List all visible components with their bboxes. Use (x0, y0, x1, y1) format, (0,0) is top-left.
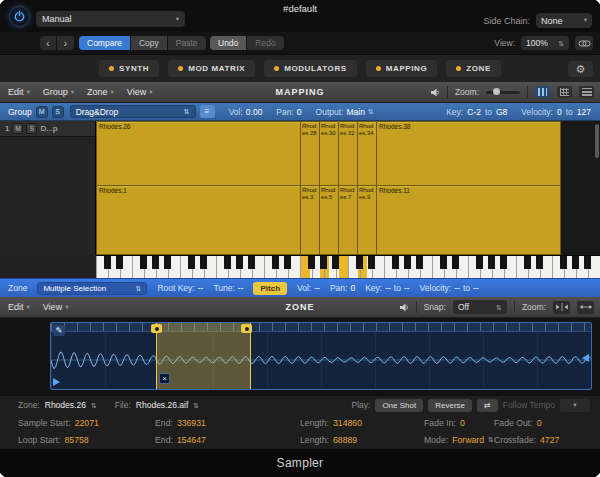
keyboard-view-button[interactable] (535, 86, 550, 98)
loop-end-marker[interactable] (241, 324, 252, 333)
param-value[interactable]: 4727 (540, 435, 559, 445)
view-zoom-dropdown[interactable]: 100% ⇅ (521, 36, 569, 50)
vel-low-value[interactable]: -- (454, 283, 460, 293)
group-mute-button[interactable]: M (36, 106, 48, 118)
piano-keyboard[interactable] (96, 255, 600, 278)
param-value[interactable]: 336931 (177, 418, 206, 428)
undo-button[interactable]: Undo (210, 36, 247, 50)
param-label: Loop Start: (18, 435, 61, 445)
paste-button[interactable]: Paste (168, 36, 206, 50)
loop-start-marker[interactable] (151, 324, 162, 333)
edit-marker-button[interactable]: ✎ (53, 325, 65, 336)
menu-edit[interactable]: Edit▾ (8, 87, 30, 97)
one-shot-button[interactable]: One Shot (375, 399, 423, 412)
side-chain-dropdown[interactable]: None ▾ (536, 13, 592, 28)
group-solo-button[interactable]: S (52, 106, 64, 118)
menu-view[interactable]: View▾ (127, 87, 153, 97)
pan-value[interactable]: 0 (350, 283, 355, 293)
row-mute-button[interactable]: M (12, 123, 23, 134)
crossfade-field: Crossfade:4727 (494, 435, 600, 445)
copy-button[interactable]: Copy (131, 36, 168, 50)
waveform-panel[interactable]: × ✎ (50, 322, 592, 390)
param-value[interactable]: 154647 (177, 435, 206, 445)
sample-end-marker[interactable] (582, 354, 589, 362)
menu-view[interactable]: View▾ (43, 302, 69, 312)
key-high-value[interactable]: -- (404, 283, 410, 293)
zone-block[interactable]: Rhodes.7 (338, 185, 358, 255)
group-list-button[interactable]: ≡ (200, 105, 215, 118)
matrix-scrollbar[interactable] (595, 124, 599, 158)
tab-modulators[interactable]: MODULATORS (264, 60, 357, 77)
group-row-1[interactable]: 1 M S D...p (0, 121, 95, 137)
loop-region[interactable] (156, 323, 251, 389)
file-name-dropdown[interactable]: Rhodes.26.aif (136, 400, 188, 410)
settings-button[interactable]: ⚙ (568, 61, 593, 77)
row-solo-button[interactable]: S (26, 123, 37, 134)
pitch-toggle-button[interactable]: Pitch (253, 282, 287, 295)
zone-block[interactable]: Rhodes.32 (338, 121, 358, 186)
zone-block[interactable]: Rhodes.38 (376, 121, 561, 186)
grid-view-button[interactable] (557, 86, 572, 98)
param-value[interactable]: 68889 (333, 435, 357, 445)
mapping-zoom-slider[interactable] (486, 91, 520, 94)
speaker-icon[interactable] (431, 88, 440, 97)
group-name-dropdown[interactable]: Drag&Drop ⇅ (70, 105, 196, 118)
zone-block[interactable]: Rhodes.26 (96, 121, 301, 186)
vol-value[interactable]: 0.00 (246, 107, 263, 117)
param-value[interactable]: 22071 (75, 418, 99, 428)
vol-value[interactable]: -- (314, 283, 320, 293)
param-value[interactable]: 85758 (65, 435, 89, 445)
zone-block[interactable]: Rhodes.3 (300, 185, 320, 255)
snap-dropdown[interactable]: Off ⇅ (453, 300, 507, 314)
reverse-button[interactable]: Reverse (428, 399, 472, 412)
clear-loop-button[interactable]: × (159, 373, 170, 384)
zone-block[interactable]: Rhodes.30 (319, 121, 339, 186)
zone-block[interactable]: Rhodes.9 (357, 185, 377, 255)
output-value[interactable]: Main (346, 107, 364, 117)
zone-block[interactable]: Rhodes.5 (319, 185, 339, 255)
param-value[interactable]: 0 (460, 418, 465, 428)
root-key-value[interactable]: -- (198, 283, 204, 293)
tab-mapping[interactable]: MAPPING (366, 60, 438, 77)
follow-tempo-label[interactable]: Follow Tempo (503, 400, 555, 410)
preset-dropdown[interactable]: Manual ▾ (36, 11, 185, 27)
vel-low-value[interactable]: 0 (557, 107, 562, 117)
mapping-canvas[interactable]: Rhodes.26 Rhodes.28 Rhodes.30 Rhodes.32 … (96, 121, 600, 255)
param-label: Mode: (424, 435, 448, 445)
key-high-value[interactable]: G8 (496, 107, 507, 117)
compare-button[interactable]: Compare (79, 36, 131, 50)
slider-knob[interactable] (493, 88, 500, 95)
waveform-ruler[interactable] (51, 323, 591, 332)
zone-name-dropdown[interactable]: Rhodes.26 (45, 400, 86, 410)
param-value[interactable]: 0 (537, 418, 542, 428)
loop-playback-button[interactable]: ⇄ (477, 399, 498, 412)
zoom-selection-button[interactable] (553, 301, 570, 314)
link-button[interactable] (575, 36, 593, 50)
menu-group[interactable]: Group▾ (43, 87, 74, 97)
vel-high-value[interactable]: 127 (577, 107, 591, 117)
previous-preset-button[interactable]: ‹ (40, 36, 57, 50)
zone-block[interactable]: Rhodes.1 (96, 185, 301, 255)
zoom-fit-button[interactable] (577, 301, 594, 314)
menu-edit[interactable]: Edit▾ (8, 302, 30, 312)
speaker-icon[interactable] (400, 303, 409, 312)
zone-block[interactable]: Rhodes.34 (357, 121, 377, 186)
redo-button[interactable]: Redo (247, 36, 283, 50)
tab-zone[interactable]: ZONE (446, 60, 501, 77)
zone-block[interactable]: Rhodes.28 (300, 121, 320, 186)
tab-synth[interactable]: SYNTH (99, 60, 159, 77)
next-preset-button[interactable]: › (57, 36, 74, 50)
sample-start-marker[interactable] (53, 378, 60, 386)
tab-mod-matrix[interactable]: MOD MATRIX (168, 60, 255, 77)
pan-value[interactable]: 0 (297, 107, 302, 117)
vel-high-value[interactable]: -- (473, 283, 479, 293)
zone-selection-dropdown[interactable]: Multiple Selection ⇅ (37, 282, 147, 295)
tune-value[interactable]: -- (238, 283, 244, 293)
list-view-button[interactable] (579, 86, 594, 98)
key-low-value[interactable]: C-2 (467, 107, 481, 117)
key-low-value[interactable]: -- (385, 283, 391, 293)
param-value[interactable]: Forward (452, 435, 484, 445)
menu-zone[interactable]: Zone▾ (87, 87, 114, 97)
param-value[interactable]: 314860 (333, 418, 362, 428)
zone-block[interactable]: Rhodes.11 (376, 185, 561, 255)
